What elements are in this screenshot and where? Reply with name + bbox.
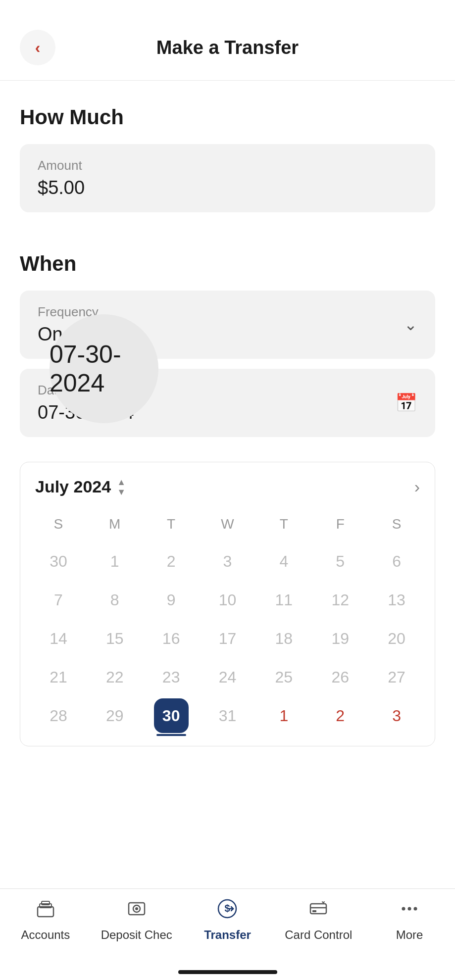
day-wrapper: 1 [87,542,143,581]
month-year[interactable]: July 2024 ▲ ▼ [35,477,126,496]
more-label: More [396,928,423,942]
magnifier-overlay: 07-30-2024 [50,314,158,423]
day-wrapper: 8 [87,581,143,619]
calendar-grid: S M T W T F S 30 1 2 3 4 5 6 7 8 9 10 11… [30,511,425,736]
calendar-day[interactable]: 17 [210,621,245,656]
nav-item-deposit[interactable]: Deposit Chec [91,899,182,942]
day-wrapper: 10 [200,581,256,619]
day-wrapper: 18 [255,619,312,658]
calendar-day[interactable]: 24 [210,660,245,694]
calendar-day[interactable]: 23 [154,660,189,694]
arrow-down-icon: ▼ [117,488,126,496]
calendar-day[interactable]: 8 [98,583,132,617]
how-much-title: How Much [20,105,435,129]
calendar-day[interactable]: 6 [379,544,414,579]
day-header-sat: S [368,511,425,542]
header: ‹ Make a Transfer [0,0,455,81]
calendar-day[interactable]: 27 [379,660,414,694]
calendar-day-selected[interactable]: 30 [154,698,189,733]
day-wrapper: 19 [312,619,368,658]
day-header-thu: T [255,511,312,542]
calendar-day[interactable]: 29 [98,698,132,733]
day-wrapper: 16 [143,619,200,658]
day-wrapper: 20 [368,619,425,658]
day-header-fri: F [312,511,368,542]
calendar-day[interactable]: 19 [323,621,357,656]
day-wrapper: 28 [30,696,87,736]
day-header-tue: T [143,511,200,542]
calendar-day[interactable]: 20 [379,621,414,656]
day-wrapper-selected: 30 [143,696,200,736]
calendar-day[interactable]: 12 [323,583,357,617]
day-header-wed: W [200,511,256,542]
page-title: Make a Transfer [55,37,435,58]
calendar-day[interactable]: 11 [266,583,301,617]
calendar-day[interactable]: 28 [41,698,76,733]
amount-label: Amount [38,158,417,173]
calendar-day[interactable]: 1 [98,544,132,579]
next-month-button[interactable]: › [414,477,420,496]
calendar-day[interactable]: 16 [154,621,189,656]
calendar-icon: 📅 [395,392,417,413]
calendar-day[interactable]: 9 [154,583,189,617]
svg-rect-10 [312,910,316,912]
how-much-section: How Much Amount $5.00 [0,81,455,227]
calendar-day[interactable]: 5 [323,544,357,579]
calendar-day[interactable]: 3 [210,544,245,579]
day-header-mon: M [87,511,143,542]
accounts-label: Accounts [21,928,70,942]
day-wrapper: 30 [30,542,87,581]
nav-item-more[interactable]: More [364,899,455,942]
day-wrapper: 5 [312,542,368,581]
calendar-day[interactable]: 30 [41,544,76,579]
chevron-down-icon: ⌄ [404,315,417,334]
day-wrapper: 25 [255,658,312,696]
day-wrapper: 7 [30,581,87,619]
bottom-nav: Accounts Deposit Chec $ Transfer [0,888,455,980]
day-wrapper: 15 [87,619,143,658]
calendar-day[interactable]: 7 [41,583,76,617]
nav-item-card-control[interactable]: Card Control [273,899,364,942]
calendar-day[interactable]: 4 [266,544,301,579]
day-wrapper: 29 [87,696,143,736]
transfer-icon: $ [217,899,237,923]
calendar-day[interactable]: 21 [41,660,76,694]
calendar: July 2024 ▲ ▼ › S M T W T F S 30 1 2 3 4… [20,462,435,746]
calendar-day[interactable]: 15 [98,621,132,656]
day-wrapper: 31 [200,696,256,736]
svg-point-12 [408,907,411,911]
calendar-day[interactable]: 1 [266,698,301,733]
day-wrapper: 3 [200,542,256,581]
calendar-day[interactable]: 2 [323,698,357,733]
card-control-label: Card Control [285,928,352,942]
back-button[interactable]: ‹ [20,30,55,65]
month-navigate-arrows[interactable]: ▲ ▼ [117,478,126,496]
calendar-day[interactable]: 31 [210,698,245,733]
back-arrow-icon: ‹ [35,40,41,55]
calendar-day[interactable]: 14 [41,621,76,656]
more-icon [400,899,419,923]
calendar-day[interactable]: 26 [323,660,357,694]
day-wrapper: 26 [312,658,368,696]
calendar-day[interactable]: 2 [154,544,189,579]
day-header-sun: S [30,511,87,542]
accounts-icon [36,899,55,923]
day-wrapper: 22 [87,658,143,696]
calendar-day[interactable]: 13 [379,583,414,617]
day-wrapper: 1 [255,696,312,736]
nav-item-transfer[interactable]: $ Transfer [182,899,273,942]
day-wrapper: 6 [368,542,425,581]
deposit-label: Deposit Chec [101,928,172,942]
nav-item-accounts[interactable]: Accounts [0,899,91,942]
calendar-day[interactable]: 22 [98,660,132,694]
selected-underline [156,734,186,736]
amount-value: $5.00 [38,177,85,198]
day-wrapper: 13 [368,581,425,619]
calendar-day[interactable]: 25 [266,660,301,694]
calendar-day[interactable]: 18 [266,621,301,656]
calendar-day[interactable]: 10 [210,583,245,617]
day-wrapper: 17 [200,619,256,658]
amount-field[interactable]: Amount $5.00 [20,144,435,212]
svg-point-11 [402,907,405,911]
calendar-day[interactable]: 3 [379,698,414,733]
